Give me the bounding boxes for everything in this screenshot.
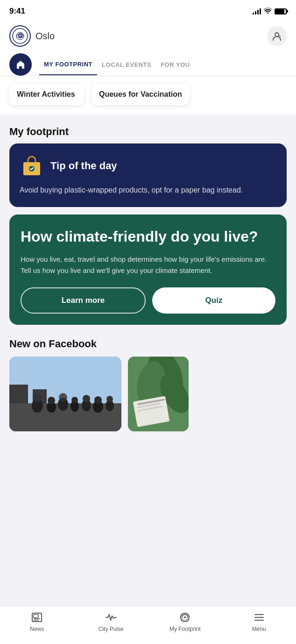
signal-bars-icon xyxy=(253,8,261,14)
shopping-bag-icon xyxy=(20,154,44,178)
oslo-emblem-icon: ⚙ xyxy=(9,25,31,47)
profile-button[interactable] xyxy=(267,26,287,46)
tip-title: Tip of the day xyxy=(50,160,117,172)
tip-body: Avoid buying plastic-wrapped products, o… xyxy=(20,185,276,196)
header: ⚙ Oslo xyxy=(0,21,296,53)
battery-icon xyxy=(275,8,287,14)
learn-more-button[interactable]: Learn more xyxy=(21,287,146,314)
facebook-image-magazine xyxy=(128,357,189,431)
nav-tab-local-events[interactable]: LOCAL EVENTS xyxy=(97,55,156,75)
svg-point-19 xyxy=(71,397,78,403)
climate-heading: How climate-friendly do you live? xyxy=(21,228,275,245)
quiz-button[interactable]: Quiz xyxy=(152,287,275,314)
tip-card-header: Tip of the day xyxy=(20,154,276,178)
menu-icon xyxy=(253,611,266,624)
list-item[interactable]: Winter Activities xyxy=(9,84,84,105)
svg-point-21 xyxy=(83,395,90,402)
nav-tab-my-footprint[interactable]: MY FOOTPRINT xyxy=(39,54,97,75)
my-footprint-icon xyxy=(178,611,191,624)
header-logo: ⚙ Oslo xyxy=(9,25,55,47)
status-time: 9:41 xyxy=(9,7,25,16)
bottom-nav-news[interactable]: News xyxy=(0,611,74,632)
svg-point-13 xyxy=(33,394,42,402)
nav-home-button[interactable] xyxy=(9,53,32,76)
climate-card: How climate-friendly do you live? How yo… xyxy=(9,215,287,325)
cards-scroll[interactable]: Winter Activities Queues for Vaccination xyxy=(0,76,296,113)
section-title-my-footprint: My footprint xyxy=(0,114,296,143)
bottom-nav-my-footprint[interactable]: My Footprint xyxy=(148,611,222,632)
status-bar: 9:41 xyxy=(0,0,296,21)
svg-point-23 xyxy=(94,396,102,404)
nav-tab-for-you[interactable]: FOR YOU xyxy=(156,55,195,75)
facebook-card-2[interactable] xyxy=(128,357,189,431)
svg-rect-35 xyxy=(34,615,38,618)
svg-point-15 xyxy=(48,397,55,404)
climate-body: How you live, eat, travel and shop deter… xyxy=(21,254,275,276)
city-name: Oslo xyxy=(35,31,55,42)
bottom-nav-city-pulse[interactable]: City Pulse xyxy=(74,611,148,632)
section-title-facebook: New on Facebook xyxy=(0,336,296,357)
tip-card: Tip of the day Avoid buying plastic-wrap… xyxy=(9,143,287,207)
svg-line-5 xyxy=(279,36,281,37)
wifi-icon xyxy=(264,7,272,15)
facebook-card-1[interactable] xyxy=(9,357,121,431)
svg-rect-10 xyxy=(9,385,28,403)
svg-point-38 xyxy=(184,616,186,618)
bottom-nav: News City Pulse My Footprint xyxy=(0,606,296,644)
bottom-nav-menu[interactable]: Menu xyxy=(222,611,296,632)
bottom-nav-my-footprint-label: My Footprint xyxy=(169,626,201,632)
svg-point-17 xyxy=(59,393,67,401)
list-item[interactable]: Queues for Vaccination xyxy=(92,84,190,105)
bottom-nav-city-pulse-label: City Pulse xyxy=(99,626,124,632)
nav-tabs: MY FOOTPRINT LOCAL EVENTS FOR YOU xyxy=(0,53,296,76)
bottom-nav-news-label: News xyxy=(30,626,44,632)
svg-point-4 xyxy=(275,33,279,36)
status-icons xyxy=(253,7,287,15)
bottom-nav-menu-label: Menu xyxy=(252,626,266,632)
climate-buttons: Learn more Quiz xyxy=(21,287,275,314)
city-pulse-icon xyxy=(105,611,118,624)
facebook-image-people xyxy=(9,357,121,431)
facebook-cards-scroll[interactable] xyxy=(0,357,296,441)
svg-point-25 xyxy=(106,396,113,402)
news-icon xyxy=(30,611,43,624)
